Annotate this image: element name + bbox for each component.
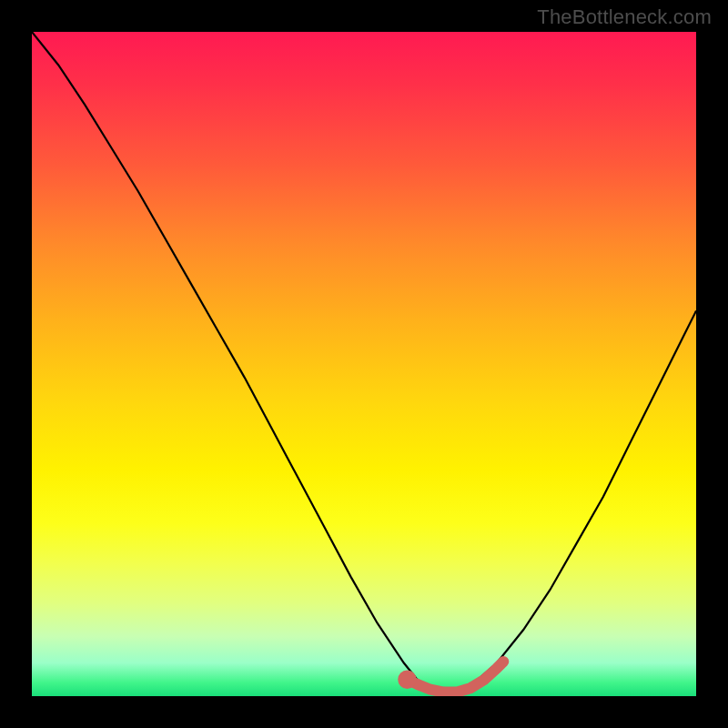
watermark-text: TheBottleneck.com (537, 5, 712, 29)
chart-svg (32, 32, 696, 696)
bottleneck-curve (32, 32, 696, 693)
highlight-segment (407, 662, 503, 693)
highlight-start-dot (398, 671, 416, 689)
chart-plot-area (32, 32, 696, 696)
